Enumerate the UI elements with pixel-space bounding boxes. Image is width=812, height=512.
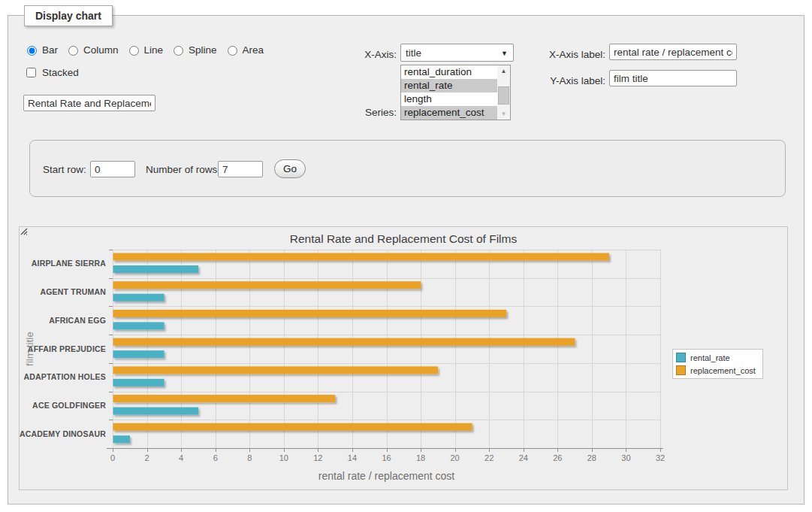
stacked-checkbox[interactable] — [26, 68, 36, 77]
svg-text:4: 4 — [179, 453, 183, 462]
svg-text:6: 6 — [213, 453, 218, 462]
grid — [113, 250, 661, 449]
svg-text:Rental Rate and Replacement Co: Rental Rate and Replacement Cost of Film… — [290, 232, 518, 245]
x-axis-selected-value: title — [406, 47, 421, 59]
radio-label: Area — [243, 44, 264, 56]
chart-type-option-area[interactable]: Area — [224, 44, 264, 56]
svg-text:30: 30 — [621, 453, 630, 462]
chart-type-group: BarColumnLineSplineArea — [23, 44, 264, 56]
svg-text:20: 20 — [451, 453, 460, 462]
svg-text:24: 24 — [519, 453, 528, 462]
svg-text:film title: film title — [24, 332, 35, 366]
scroll-up-icon[interactable]: ▲ — [497, 65, 510, 77]
axes — [107, 250, 663, 453]
scroll-down-icon[interactable]: ▼ — [497, 108, 510, 120]
number-of-rows-label: Number of rows: — [146, 162, 220, 177]
radio-label: Column — [83, 44, 119, 56]
rows-panel: Start row: Number of rows: Go — [29, 140, 786, 197]
radio-label: Bar — [42, 44, 58, 56]
page: Display chart BarColumnLineSplineArea St… — [0, 0, 812, 512]
chart-type-option-column[interactable]: Column — [65, 44, 119, 56]
series-scrollbar[interactable]: ▲ ▼ — [497, 65, 510, 120]
x-axis-label-label: X-Axis label: — [530, 47, 605, 62]
svg-text:AFRICAN EGG: AFRICAN EGG — [49, 316, 106, 325]
start-row-label: Start row: — [43, 162, 86, 177]
svg-text:AIRPLANE SIERRA: AIRPLANE SIERRA — [32, 259, 106, 268]
svg-text:32: 32 — [656, 453, 665, 462]
series-option-rental_rate[interactable]: rental_rate — [401, 79, 498, 92]
x-axis-select-label: X-Axis: — [324, 47, 397, 62]
svg-text:26: 26 — [553, 453, 562, 462]
radio-area[interactable] — [228, 46, 237, 56]
chart-type-option-bar[interactable]: Bar — [23, 44, 58, 56]
chart-type-option-spline[interactable]: Spline — [170, 44, 217, 56]
radio-spline[interactable] — [174, 46, 183, 56]
series-listbox[interactable]: rental_durationrental_ratelengthreplacem… — [400, 65, 511, 120]
x-tick-labels: 02468101214161820222426283032 — [110, 453, 665, 462]
legend-item-replacement_cost: replacement_cost — [676, 365, 756, 375]
legend-swatch — [676, 365, 686, 375]
svg-text:8: 8 — [247, 453, 252, 462]
scrollbar-thumb[interactable] — [498, 86, 509, 105]
svg-text:28: 28 — [587, 453, 596, 462]
resize-grip-icon[interactable] — [20, 227, 28, 235]
svg-text:18: 18 — [416, 453, 425, 462]
radio-label: Line — [144, 44, 164, 56]
chart-container: Rental Rate and Replacement Cost of Film… — [19, 226, 788, 490]
stacked-checkbox-row[interactable]: Stacked — [23, 65, 79, 80]
x-axis-label-input[interactable] — [609, 44, 737, 60]
radio-line[interactable] — [129, 46, 139, 56]
svg-text:10: 10 — [279, 453, 288, 462]
svg-text:0: 0 — [110, 453, 115, 462]
y-axis-label-label: Y-Axis label: — [530, 74, 605, 89]
svg-text:ADAPTATION HOLES: ADAPTATION HOLES — [23, 372, 106, 381]
y-axis-label-input[interactable] — [609, 70, 737, 86]
radio-bar[interactable] — [27, 46, 37, 56]
chart-legend: rental_ratereplacement_cost — [672, 349, 763, 379]
series-option-length[interactable]: length — [401, 92, 498, 106]
bars-rental_rate — [113, 265, 199, 443]
chevron-down-icon: ▼ — [501, 50, 508, 57]
chart-type-option-line[interactable]: Line — [125, 44, 164, 56]
fieldset-legend: Display chart — [24, 5, 113, 26]
svg-text:rental rate / replacement cost: rental rate / replacement cost — [318, 470, 454, 482]
legend-swatch — [676, 353, 686, 362]
svg-text:12: 12 — [313, 453, 322, 462]
legend-item-rental_rate: rental_rate — [676, 353, 756, 362]
stacked-label: Stacked — [42, 67, 79, 78]
svg-text:16: 16 — [382, 453, 391, 462]
legend-label: rental_rate — [690, 353, 730, 362]
svg-text:2: 2 — [145, 453, 149, 462]
svg-text:22: 22 — [484, 453, 494, 462]
series-option-replacement_cost[interactable]: replacement_cost — [401, 106, 498, 120]
radio-column[interactable] — [68, 46, 78, 56]
svg-text:14: 14 — [348, 453, 357, 462]
svg-text:AFFAIR PREJUDICE: AFFAIR PREJUDICE — [28, 344, 106, 353]
legend-label: replacement_cost — [690, 366, 756, 375]
number-of-rows-input[interactable] — [218, 161, 263, 177]
series-options: rental_durationrental_ratelengthreplacem… — [401, 65, 510, 120]
start-row-input[interactable] — [90, 161, 135, 177]
svg-text:ACADEMY DINOSAUR: ACADEMY DINOSAUR — [20, 429, 106, 438]
bars-replacement_cost — [113, 253, 609, 431]
svg-text:ACE GOLDFINGER: ACE GOLDFINGER — [32, 401, 106, 410]
x-axis-select[interactable]: title ▼ — [400, 44, 514, 62]
series-select-label: Series: — [324, 105, 397, 120]
radio-label: Spline — [189, 44, 217, 56]
series-option-rental_duration[interactable]: rental_duration — [401, 65, 498, 79]
chart-title-input[interactable] — [23, 95, 155, 111]
svg-text:AGENT TRUMAN: AGENT TRUMAN — [40, 287, 106, 296]
display-chart-fieldset: Display chart BarColumnLineSplineArea St… — [8, 15, 804, 504]
go-button[interactable]: Go — [274, 159, 306, 178]
